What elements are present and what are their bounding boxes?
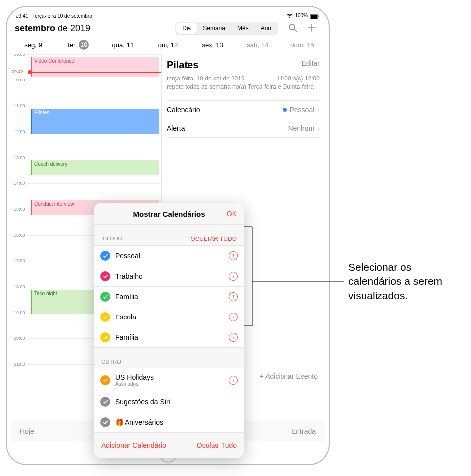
timeline-event[interactable]: Pilates [31, 109, 159, 134]
calendar-checkbox[interactable] [100, 332, 110, 342]
popover-body[interactable]: ICLOUD OCULTAR TUDO PessoaliTrabalhoiFam… [94, 225, 244, 433]
calendar-info-button[interactable]: i [229, 313, 238, 321]
weekday-row: seg,9ter,10qua,11qui,12sex,13sáb,14dom,1… [11, 38, 325, 54]
alert-value: Nenhum [288, 124, 314, 132]
calendar-name: Família [115, 293, 138, 301]
now-time-label: 09:42 [12, 69, 23, 74]
calendar-checkbox[interactable] [100, 251, 110, 261]
calendar-info-button[interactable]: i [229, 292, 238, 301]
calendar-info-button[interactable]: i [229, 272, 238, 281]
popover-ok-button[interactable]: OK [227, 210, 237, 218]
svg-rect-1 [311, 14, 318, 18]
day-cell[interactable]: qui,12 [145, 40, 190, 50]
calendar-row[interactable]: Calendário Pessoal › [167, 100, 320, 119]
day-number: 12 [171, 41, 178, 49]
hour-label: 15:00 [13, 207, 26, 212]
view-segmented-control[interactable]: DiaSemanaMêsAno [175, 22, 278, 35]
timeline-event[interactable]: Video Conference [31, 57, 159, 77]
hour-row: 12:00 [11, 132, 161, 158]
day-label: qui, [158, 41, 169, 49]
calendar-checkbox[interactable] [100, 375, 110, 385]
calendar-info-button[interactable]: i [229, 333, 238, 342]
alert-row[interactable]: Alerta Nenhum › [167, 119, 320, 138]
day-cell[interactable]: ter,10 [56, 40, 100, 50]
day-label: qua, [112, 41, 124, 49]
event-date-line: terça-feira, 10 de set de 2019 [167, 75, 245, 82]
battery-pct: 100% [295, 13, 308, 18]
today-button[interactable]: Hoje [20, 427, 34, 435]
add-event-button[interactable]: + Adicionar Evento [260, 372, 318, 380]
calendar-name: Pessoal [115, 252, 140, 260]
event-time-line: 11:00 à(s) 12:00 [277, 75, 320, 83]
day-cell[interactable]: qua,11 [100, 40, 145, 50]
annotation-text: Selecionar os calendários a serem visual… [348, 260, 468, 303]
hour-label: 10:00 [13, 78, 26, 82]
month-rest: de 2019 [55, 23, 90, 33]
view-tab-dia[interactable]: Dia [176, 23, 197, 34]
calendar-name: Trabalho [115, 272, 143, 280]
calendar-value: Pessoal [290, 106, 315, 114]
add-calendar-button[interactable]: Adicionar Calendário [101, 441, 166, 449]
calendar-checkbox[interactable] [100, 312, 110, 322]
hour-label: 13:00 [13, 155, 26, 160]
calendar-checkbox[interactable] [100, 271, 110, 281]
hour-label: 17:00 [13, 258, 26, 263]
calendar-list-item[interactable]: Famíliai [94, 327, 244, 348]
status-time: 09:41 [16, 13, 28, 19]
day-number: 13 [216, 41, 223, 49]
edit-button[interactable]: Editar [301, 59, 320, 67]
alert-label: Alerta [167, 124, 185, 132]
calendar-list-item[interactable]: Sugestões da Siri [94, 392, 244, 412]
calendar-list-item[interactable]: Escolai [94, 307, 244, 327]
calendar-list-item[interactable]: Pessoali [94, 245, 244, 266]
calendar-name: Sugestões da Siri [115, 398, 170, 406]
hour-label: 09:00 [13, 54, 26, 57]
calendar-subtext: Assinados [115, 381, 224, 387]
calendar-checkbox[interactable] [100, 397, 110, 407]
timeline-event[interactable]: Couch delivery [31, 160, 159, 175]
calendar-checkbox[interactable] [100, 292, 110, 302]
view-tab-mês[interactable]: Mês [231, 23, 255, 34]
chevron-right-icon: › [317, 106, 320, 114]
status-date: Terça-feira 10 de setembro [32, 13, 92, 19]
event-repeat-line: repete todas as semana no(a) Terça-feira… [167, 83, 314, 90]
day-cell[interactable]: sáb,14 [235, 40, 280, 50]
hide-all-button[interactable]: Ocultar Tudo [197, 441, 237, 449]
add-icon[interactable] [307, 23, 317, 34]
calendar-list-item[interactable]: Trabalhoi [94, 266, 244, 286]
calendar-name: Aniversários [125, 418, 163, 426]
day-number: 9 [39, 41, 42, 49]
now-indicator-line [30, 72, 161, 73]
calendars-popover: Mostrar Calendários OK ICLOUD OCULTAR TU… [94, 203, 244, 458]
calendar-info-button[interactable]: i [229, 376, 238, 385]
section-icloud-label: ICLOUD [101, 236, 122, 242]
svg-rect-2 [319, 15, 320, 17]
calendar-list-item[interactable]: 🎁Aniversários [94, 412, 244, 433]
calendar-info-button[interactable]: i [229, 251, 238, 260]
calendar-label: Calendário [167, 106, 200, 114]
day-cell[interactable]: seg,9 [11, 40, 56, 50]
gift-icon: 🎁 [115, 418, 124, 426]
day-cell[interactable]: sex,13 [190, 40, 235, 50]
month-title[interactable]: setembro de 2019 [15, 23, 90, 34]
wifi-icon [287, 13, 293, 18]
day-cell[interactable]: dom,15 [280, 40, 325, 50]
calendar-checkbox[interactable] [100, 417, 110, 427]
hour-label: 21:00 [13, 362, 26, 367]
view-tab-ano[interactable]: Ano [255, 23, 277, 34]
inbox-button[interactable]: Entrada [291, 427, 316, 435]
calendar-name: Família [115, 333, 138, 341]
view-tab-semana[interactable]: Semana [197, 23, 231, 34]
day-label: dom, [290, 41, 305, 49]
day-number: 15 [307, 41, 314, 49]
top-bar: setembro de 2019 DiaSemanaMêsAno [11, 20, 325, 38]
day-label: sáb, [247, 41, 259, 49]
day-label: sex, [202, 41, 214, 49]
hour-label: 19:00 [13, 310, 26, 315]
search-icon[interactable] [288, 23, 298, 34]
calendar-list-item[interactable]: US HolidaysAssinadosi [94, 368, 244, 392]
calendar-list-item[interactable]: Famíliai [94, 286, 244, 307]
section-other-label: OUTRO [101, 359, 121, 365]
calendar-color-dot [283, 108, 287, 112]
hide-all-icloud-button[interactable]: OCULTAR TUDO [190, 236, 237, 242]
